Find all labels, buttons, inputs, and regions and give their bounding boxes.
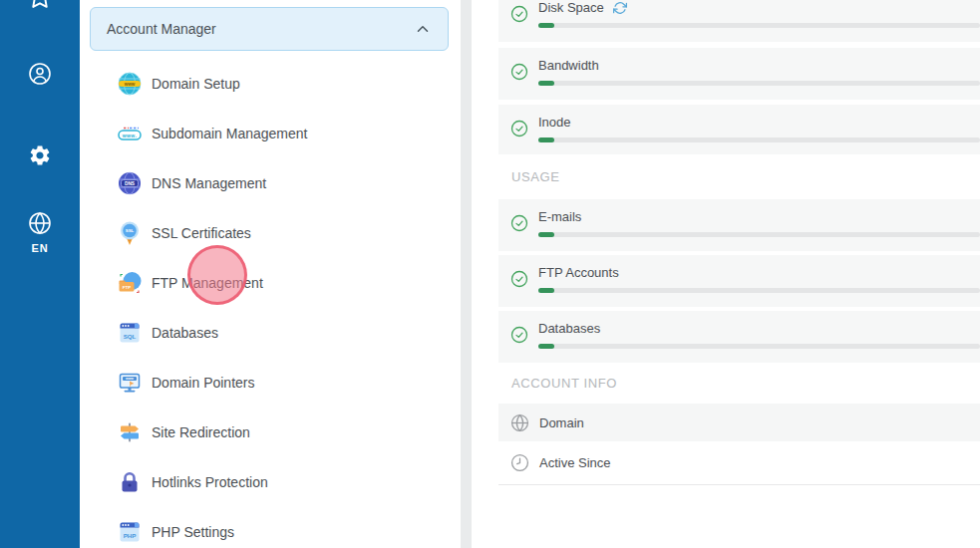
stat-row-bandwidth: Bandwidth (498, 48, 980, 100)
progress-fill (538, 81, 554, 86)
dns-icon: DNS (117, 170, 143, 196)
padlock-icon (117, 469, 143, 495)
stat-row-disk-space: Disk Space (498, 0, 980, 42)
progress-fill (538, 232, 554, 237)
progress-track (538, 23, 980, 28)
sidebar-item-label: DNS Management (152, 175, 266, 191)
php-icon: PHP (117, 519, 143, 545)
stat-label: Bandwidth (538, 58, 599, 73)
sidebar-item-site-redirection[interactable]: Site Redirection (80, 408, 459, 457)
gear-icon[interactable] (28, 143, 52, 167)
progress-track (538, 288, 980, 293)
check-circle-icon (510, 120, 528, 137)
sidebar-item-hotlinks-protection[interactable]: Hotlinks Protection (80, 457, 459, 507)
svg-text:SQL: SQL (124, 333, 137, 340)
svg-text:FTP: FTP (123, 285, 131, 290)
stat-row-databases: Databases (498, 311, 980, 363)
ssl-icon: SSL (117, 220, 143, 246)
sidebar-item-databases[interactable]: SQL Databases (80, 308, 459, 358)
domain-pointers-icon: www (117, 370, 143, 396)
info-row-domain: Domain (498, 404, 980, 441)
site-redirection-icon (117, 419, 143, 445)
svg-text:PHP: PHP (124, 532, 137, 539)
sidebar-item-label: SSL Certificates (152, 225, 251, 241)
sidebar-item-label: PHP Settings (152, 524, 234, 540)
svg-text:www: www (125, 377, 134, 381)
info-row-active-since: Active Since (498, 441, 980, 485)
sidebar-item-subdomain-management[interactable]: www. Subdomain Management (80, 109, 459, 158)
ftp-icon: FTP (117, 270, 143, 296)
progress-track (538, 344, 980, 349)
sidebar-item-label: Databases (152, 325, 218, 341)
account-manager-label: Account Manager (107, 21, 414, 37)
sidebar-scrollbar[interactable] (461, 0, 472, 548)
sidebar-item-label: Domain Setup (152, 76, 240, 92)
progress-fill (538, 137, 554, 142)
check-circle-icon (510, 63, 528, 81)
stat-label: Disk Space (538, 0, 604, 15)
language-label[interactable]: EN (0, 242, 80, 254)
section-header-account-info: ACCOUNT INFO (498, 363, 980, 404)
svg-text:DNS: DNS (125, 181, 136, 186)
stat-row-ftp-accounts: FTP Accounts (498, 255, 980, 307)
check-circle-icon (510, 214, 528, 232)
sidebar-item-label: Hotlinks Protection (152, 474, 268, 490)
account-summary-panel: Disk Space Bandwidth (498, 0, 980, 548)
svg-text:www: www (124, 82, 136, 87)
progress-fill (538, 344, 554, 349)
section-header-usage: USAGE (498, 154, 980, 199)
sidebar-item-label: FTP Management (152, 275, 263, 291)
sql-icon: SQL (117, 320, 143, 346)
globe-icon (510, 413, 529, 432)
section-header-label: ACCOUNT INFO (511, 376, 617, 391)
account-manager-header[interactable]: Account Manager (90, 7, 449, 51)
sidebar-item-php-settings[interactable]: PHP PHP Settings (80, 507, 459, 548)
user-icon[interactable] (28, 62, 52, 86)
progress-track (538, 137, 980, 142)
check-circle-icon (510, 270, 528, 288)
check-circle-icon (510, 5, 528, 23)
sidebar-item-label: Site Redirection (152, 424, 250, 440)
sidebar-item-label: Domain Pointers (152, 375, 255, 391)
section-header-label: USAGE (511, 169, 560, 184)
subdomain-icon: www. (117, 121, 143, 146)
icon-rail: EN (0, 0, 80, 548)
stat-row-inode: Inode (498, 105, 980, 154)
svg-text:SSL: SSL (126, 228, 135, 233)
language-globe-icon[interactable] (28, 211, 52, 235)
progress-track (538, 232, 980, 237)
clock-icon (510, 453, 529, 472)
sidebar: Account Manager www Domain Setup (80, 0, 459, 548)
sidebar-item-ssl-certificates[interactable]: SSL SSL Certificates (80, 208, 459, 258)
check-circle-icon (510, 326, 528, 344)
sidebar-item-label: Subdomain Management (152, 126, 307, 141)
progress-fill (538, 288, 554, 293)
info-label: Active Since (539, 455, 611, 470)
progress-track (538, 81, 980, 86)
star-icon[interactable] (27, 0, 53, 10)
stat-row-emails: E-mails (498, 199, 980, 251)
stat-label: FTP Accounts (538, 265, 619, 280)
stat-label: E-mails (538, 209, 581, 224)
domain-setup-icon: www (117, 71, 143, 97)
svg-text:www.: www. (122, 133, 138, 138)
sidebar-item-ftp-management[interactable]: FTP FTP Management (80, 258, 459, 308)
stat-label: Inode (538, 115, 571, 130)
sidebar-item-domain-setup[interactable]: www Domain Setup (80, 59, 459, 109)
account-manager-menu: www Domain Setup www. Subdomain Manageme… (80, 59, 459, 548)
chevron-up-icon (414, 20, 432, 38)
stat-label: Databases (538, 321, 600, 336)
progress-fill (538, 23, 554, 28)
sidebar-item-domain-pointers[interactable]: www Domain Pointers (80, 358, 459, 408)
refresh-icon[interactable] (613, 1, 627, 15)
sidebar-item-dns-management[interactable]: DNS DNS Management (80, 158, 459, 208)
info-label: Domain (539, 415, 584, 430)
